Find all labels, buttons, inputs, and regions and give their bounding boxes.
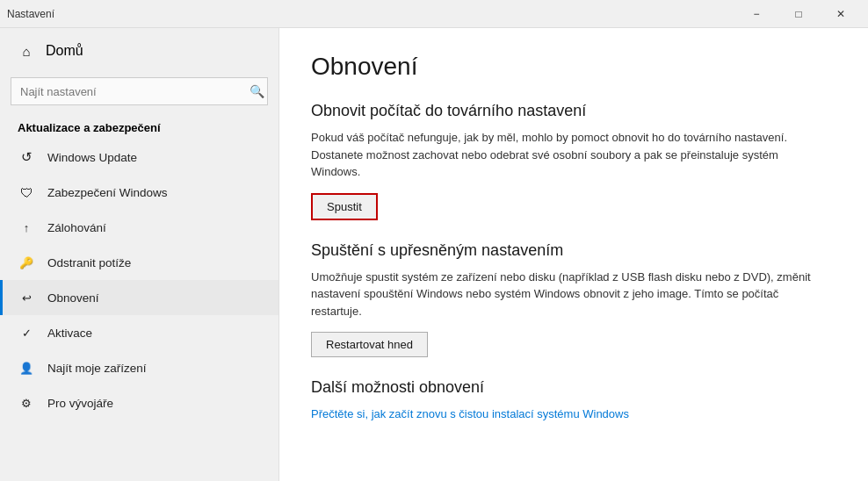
sidebar-item-label: Najít moje zařízení	[47, 362, 147, 375]
home-icon: ⌂	[18, 42, 35, 60]
sidebar-item-label: Obnovení	[47, 291, 99, 305]
title-bar-controls: − □ ✕	[736, 2, 861, 26]
sidebar-item-label: Pro vývojáře	[47, 397, 113, 410]
page-title: Obnovení	[311, 53, 836, 81]
sidebar-item-label: Aktivace	[47, 327, 92, 340]
advanced-section-title: Spuštění s upřesněným nastavením	[311, 241, 836, 260]
sidebar-item-developers[interactable]: ⚙ Pro vývojáře	[0, 385, 278, 420]
app-body: ⌂ Domů 🔍 Aktualizace a zabezpečení ↺ Win…	[0, 28, 868, 481]
minimize-button[interactable]: −	[736, 2, 777, 26]
sidebar-home-label: Domů	[46, 43, 83, 59]
sidebar-item-label: Odstranit potíže	[47, 256, 131, 269]
maximize-button[interactable]: □	[778, 2, 819, 26]
sidebar-search: 🔍	[11, 77, 268, 105]
title-bar-text: Nastavení	[7, 8, 736, 20]
sidebar-item-activation[interactable]: ✓ Aktivace	[0, 315, 278, 350]
reset-button[interactable]: Spustit	[311, 193, 378, 220]
sidebar-item-windows-update[interactable]: ↺ Windows Update	[0, 140, 278, 175]
main-content: Obnovení Obnovit počítač do továrního na…	[279, 28, 868, 481]
sidebar-item-label: Zálohování	[47, 221, 106, 234]
search-icon-button[interactable]: 🔍	[250, 84, 264, 98]
more-section-title: Další možnosti obnovení	[311, 378, 836, 397]
sidebar-item-recovery[interactable]: ↩ Obnovení	[0, 280, 278, 315]
sidebar-item-backup[interactable]: ↑ Zálohování	[0, 210, 278, 245]
title-bar: Nastavení − □ ✕	[0, 0, 868, 28]
sidebar-item-home[interactable]: ⌂ Domů	[0, 28, 278, 74]
sidebar-item-troubleshoot[interactable]: 🔑 Odstranit potíže	[0, 245, 278, 280]
security-icon: 🛡	[18, 183, 35, 201]
sidebar-item-find-device[interactable]: 👤 Najít moje zařízení	[0, 350, 278, 385]
search-input[interactable]	[11, 77, 268, 105]
reset-section-desc: Pokud váš počítač nefunguje, jak by měl,…	[311, 129, 821, 181]
developers-icon: ⚙	[18, 394, 35, 412]
advanced-section-desc: Umožňuje spustit systém ze zařízení nebo…	[311, 269, 821, 320]
reset-section-title: Obnovit počítač do továrního nastavení	[311, 102, 836, 120]
sidebar: ⌂ Domů 🔍 Aktualizace a zabezpečení ↺ Win…	[0, 28, 279, 481]
troubleshoot-icon: 🔑	[18, 254, 35, 271]
sidebar-item-label: Windows Update	[47, 151, 137, 164]
recovery-icon: ↩	[18, 289, 35, 306]
windows-update-icon: ↺	[18, 148, 35, 166]
clean-install-link[interactable]: Přečtěte si, jak začít znovu s čistou in…	[311, 407, 629, 420]
sidebar-item-label: Zabezpečení Windows	[47, 186, 168, 199]
close-button[interactable]: ✕	[821, 2, 861, 26]
find-device-icon: 👤	[18, 359, 35, 377]
sidebar-item-security[interactable]: 🛡 Zabezpečení Windows	[0, 175, 278, 210]
activation-icon: ✓	[18, 324, 35, 341]
backup-icon: ↑	[18, 219, 35, 236]
sidebar-section-header: Aktualizace a zabezpečení	[0, 112, 278, 140]
restart-button[interactable]: Restartovat hned	[311, 332, 428, 357]
